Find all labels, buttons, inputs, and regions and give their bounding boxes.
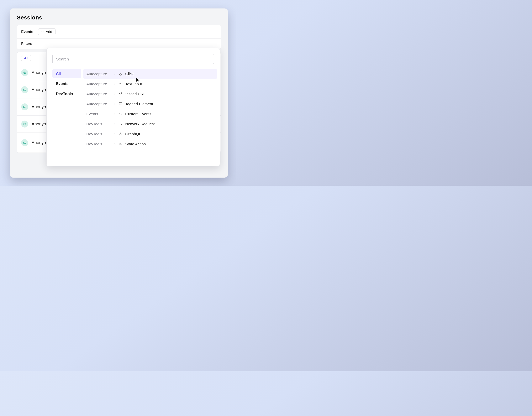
event-item-name: Text Input xyxy=(125,82,142,86)
pointer-icon xyxy=(119,72,123,76)
event-item-category: Autocapture xyxy=(86,82,111,86)
robot-icon xyxy=(23,71,26,74)
event-item-network-request[interactable]: DevToolsNetwork Request xyxy=(83,119,217,129)
event-item-state-action[interactable]: DevToolsState Action xyxy=(83,139,217,149)
events-filters-card: Events Add Filters xyxy=(17,25,221,49)
event-item-graphql[interactable]: DevToolsGraphQL xyxy=(83,129,217,139)
event-item-category: Events xyxy=(86,112,111,116)
svg-point-10 xyxy=(24,124,24,124)
category-list: AllEventsDevTools xyxy=(52,68,81,166)
filters-label: Filters xyxy=(21,42,35,46)
chevron-right-icon xyxy=(114,73,116,75)
graph-icon xyxy=(119,132,123,136)
avatar xyxy=(21,121,28,127)
filters-row: Filters xyxy=(17,38,221,49)
svg-rect-0 xyxy=(24,72,26,73)
category-devtools[interactable]: DevTools xyxy=(52,89,81,98)
svg-rect-12 xyxy=(23,142,26,144)
chevron-right-icon xyxy=(114,83,116,85)
event-item-name: State Action xyxy=(125,142,146,146)
event-item-category: DevTools xyxy=(86,122,111,126)
avatar xyxy=(21,86,28,93)
robot-icon xyxy=(23,88,26,92)
svg-point-4 xyxy=(24,90,24,90)
svg-point-24 xyxy=(120,143,120,144)
event-item-category: Autocapture xyxy=(86,102,111,106)
events-label: Events xyxy=(21,30,35,34)
event-item-click[interactable]: AutocaptureClick xyxy=(83,69,217,79)
chevron-right-icon xyxy=(114,93,116,95)
robot-icon xyxy=(23,122,26,126)
svg-point-1 xyxy=(24,72,24,73)
page-title: Sessions xyxy=(10,9,228,25)
category-events[interactable]: Events xyxy=(52,79,81,88)
event-item-name: Custom Events xyxy=(125,112,151,116)
event-item-category: DevTools xyxy=(86,142,111,146)
event-item-visited-url[interactable]: AutocaptureVisited URL xyxy=(83,89,217,99)
code-icon xyxy=(119,112,123,116)
avatar xyxy=(21,69,28,76)
event-item-name: GraphQL xyxy=(125,132,141,136)
search-input[interactable] xyxy=(52,54,214,64)
event-item-name: Network Request xyxy=(125,122,155,126)
state-icon xyxy=(119,142,123,146)
updown-icon xyxy=(119,122,123,126)
event-item-tagged-element[interactable]: AutocaptureTagged Element xyxy=(83,99,217,109)
svg-rect-9 xyxy=(24,123,26,125)
event-item-category: Autocapture xyxy=(86,92,111,96)
svg-point-26 xyxy=(121,143,121,144)
svg-point-13 xyxy=(24,142,24,143)
add-event-label: Add xyxy=(46,30,52,34)
chevron-right-icon xyxy=(114,113,116,115)
svg-point-18 xyxy=(121,83,121,84)
svg-point-16 xyxy=(120,83,120,84)
svg-rect-3 xyxy=(23,89,26,91)
tab-all[interactable]: All xyxy=(21,55,31,61)
sessions-panel: Sessions Events Add Filters All Anonymou… xyxy=(10,9,228,178)
event-item-text-input[interactable]: AutocaptureText Input xyxy=(83,79,217,89)
tag-icon xyxy=(119,102,123,106)
events-row: Events Add xyxy=(17,25,221,38)
svg-point-8 xyxy=(25,107,25,107)
svg-point-5 xyxy=(25,90,25,90)
event-item-name: Visited URL xyxy=(125,92,145,96)
category-all[interactable]: All xyxy=(52,69,81,78)
event-item-custom-events[interactable]: EventsCustom Events xyxy=(83,109,217,119)
event-item-name: Tagged Element xyxy=(125,102,153,106)
add-event-button[interactable]: Add xyxy=(38,28,56,35)
chevron-right-icon xyxy=(114,103,116,105)
chevron-right-icon xyxy=(114,133,116,135)
robot-icon xyxy=(23,105,26,109)
send-icon xyxy=(119,92,123,96)
textinput-icon xyxy=(119,82,123,86)
svg-point-7 xyxy=(24,107,24,107)
robot-icon xyxy=(23,141,26,144)
svg-point-17 xyxy=(120,83,120,84)
event-item-category: Autocapture xyxy=(86,72,111,76)
chevron-right-icon xyxy=(114,143,116,145)
svg-point-25 xyxy=(120,143,120,144)
avatar xyxy=(21,139,28,146)
chevron-right-icon xyxy=(114,123,116,125)
event-picker-popover: AllEventsDevTools AutocaptureClickAutoca… xyxy=(47,48,220,166)
event-item-category: DevTools xyxy=(86,132,111,136)
event-list: AutocaptureClickAutocaptureText InputAut… xyxy=(81,68,218,166)
plus-icon xyxy=(41,30,44,33)
svg-point-11 xyxy=(25,124,25,124)
svg-point-20 xyxy=(120,132,121,133)
svg-point-14 xyxy=(25,142,25,143)
avatar xyxy=(21,104,28,110)
svg-point-2 xyxy=(25,72,25,73)
event-item-name: Click xyxy=(125,72,134,76)
